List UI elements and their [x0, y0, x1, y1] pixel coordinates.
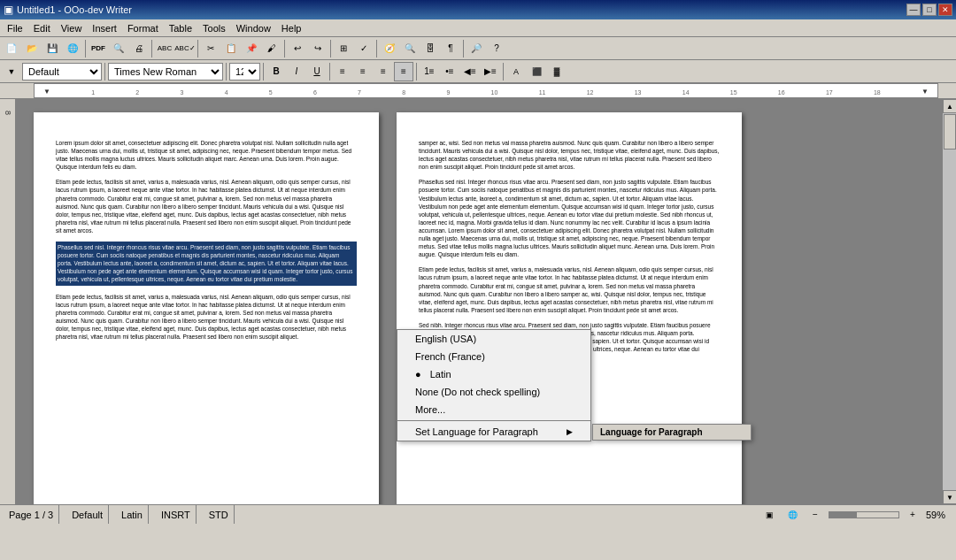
- page2-para2: Phasellus sed nisl. Integer rhoncus risu…: [419, 178, 720, 258]
- scroll-up-button[interactable]: ▲: [943, 99, 956, 113]
- zoom-percent: 59%: [926, 510, 952, 520]
- std-mode[interactable]: STD: [204, 505, 235, 524]
- set-language-label: Set Language for Paragraph: [415, 426, 538, 437]
- font-name-combo[interactable]: Times New Roman: [108, 63, 223, 81]
- minimize-button[interactable]: —: [906, 4, 921, 16]
- context-menu-latin[interactable]: ● Latin: [397, 365, 590, 383]
- maximize-button[interactable]: □: [922, 4, 937, 16]
- menu-table[interactable]: Table: [164, 19, 197, 36]
- spell-check-button[interactable]: ABC: [155, 39, 174, 58]
- italic-button[interactable]: I: [287, 62, 306, 81]
- page-info: Page 1 / 3: [4, 505, 59, 524]
- paragraph-style-combo[interactable]: Default: [22, 63, 102, 81]
- menu-window[interactable]: Window: [231, 19, 276, 36]
- window-title: Untitled1 - OOo-dev Writer: [17, 4, 132, 15]
- context-menu[interactable]: English (USA) French (France) ● Latin No…: [397, 329, 591, 441]
- document-area[interactable]: Lorem ipsum dolor sit amet, consectetuer…: [16, 99, 942, 504]
- sep-fmt2: [226, 63, 227, 81]
- scroll-down-button[interactable]: ▼: [943, 490, 956, 504]
- french-label: French (France): [415, 351, 485, 362]
- titlebar-left: ▣ Untitled1 - OOo-dev Writer: [4, 4, 132, 16]
- sep7: [463, 40, 464, 58]
- right-scrollbar[interactable]: ▲ ▼: [942, 99, 956, 504]
- app-icon: ▣: [4, 4, 13, 16]
- sep1: [85, 40, 86, 58]
- view-normal-button[interactable]: ▣: [759, 505, 779, 525]
- titlebar-controls[interactable]: — □ ✕: [906, 4, 952, 16]
- print-preview-button[interactable]: 🔍: [109, 39, 128, 58]
- scroll-track[interactable]: [943, 113, 956, 490]
- underline-button[interactable]: U: [307, 62, 327, 81]
- save-remote-button[interactable]: 🌐: [63, 39, 82, 58]
- align-justify-button[interactable]: ≡: [394, 62, 413, 81]
- ruler-content: ▼ 1 2 3 4 5 6 7 8 9 10 11 12 13 14 15 16…: [34, 83, 938, 98]
- clone-button[interactable]: 🖌: [262, 39, 281, 58]
- zoom-slider[interactable]: [829, 511, 899, 518]
- language-submenu[interactable]: Language for Paragraph: [592, 424, 752, 441]
- redo-button[interactable]: ↪: [308, 39, 328, 58]
- print-button[interactable]: 🖨: [129, 39, 149, 58]
- sep5: [330, 40, 331, 58]
- page1-para4: Etiam pede lectus, facilisis sit amet, v…: [56, 293, 357, 341]
- context-menu-more[interactable]: More...: [397, 401, 590, 418]
- insert-mode[interactable]: INSRT: [156, 505, 197, 524]
- indent-inc-button[interactable]: ▶≡: [481, 62, 500, 81]
- numbering-button[interactable]: 1≡: [420, 62, 439, 81]
- font-size-combo[interactable]: 12: [229, 63, 260, 81]
- new-button[interactable]: 📄: [2, 39, 21, 58]
- highlight-button[interactable]: ⬛: [527, 62, 546, 81]
- close-button[interactable]: ✕: [938, 4, 952, 16]
- menu-help[interactable]: Help: [276, 19, 307, 36]
- find-button[interactable]: 🔍: [400, 39, 420, 58]
- none-label: None (Do not check spelling): [415, 387, 540, 397]
- paste-button[interactable]: 📌: [242, 39, 261, 58]
- open-button[interactable]: 📂: [22, 39, 42, 58]
- show-changes-button[interactable]: ✓: [354, 39, 374, 58]
- zoom-out-button[interactable]: −: [806, 505, 825, 525]
- align-center-button[interactable]: ≡: [353, 62, 373, 81]
- save-button[interactable]: 💾: [42, 39, 62, 58]
- bullets-button[interactable]: •≡: [440, 62, 459, 81]
- menu-tools[interactable]: Tools: [197, 19, 231, 36]
- nonprint-button[interactable]: ¶: [441, 39, 460, 58]
- zoom-button[interactable]: 🔎: [466, 39, 486, 58]
- zoom-in-button[interactable]: +: [903, 505, 922, 525]
- font-color-button[interactable]: A: [506, 62, 526, 81]
- help-button[interactable]: ?: [487, 39, 506, 58]
- datasources-button[interactable]: 🗄: [420, 39, 440, 58]
- sep-fmt5: [416, 63, 417, 81]
- sep3: [197, 40, 198, 58]
- align-right-button[interactable]: ≡: [374, 62, 393, 81]
- document-page-1[interactable]: Lorem ipsum dolor sit amet, consectetuer…: [34, 112, 379, 504]
- context-menu-french[interactable]: French (France): [397, 348, 590, 365]
- latin-bullet: ●: [415, 369, 421, 380]
- indent-dec-button[interactable]: ◀≡: [460, 62, 480, 81]
- document-page-2[interactable]: samper ac, wisi. Sed non metus val massa…: [397, 112, 742, 504]
- char-bg-button[interactable]: ▓: [547, 62, 567, 81]
- align-left-button[interactable]: ≡: [333, 62, 352, 81]
- status-right: ▣ 🌐 − + 59%: [759, 505, 952, 525]
- navigator-button[interactable]: 🧭: [380, 39, 399, 58]
- scroll-thumb[interactable]: [944, 114, 956, 150]
- view-web-button[interactable]: 🌐: [783, 505, 802, 525]
- cut-button[interactable]: ✂: [201, 39, 220, 58]
- menubar: File Edit View Insert Format Table Tools…: [0, 19, 956, 37]
- statusbar: Page 1 / 3 Default Latin INSRT STD ▣ 🌐 −…: [0, 504, 956, 524]
- autocorrect-button[interactable]: ABC✓: [175, 39, 195, 58]
- menu-insert[interactable]: Insert: [87, 19, 122, 36]
- pdf-button[interactable]: PDF: [89, 39, 108, 58]
- bold-button[interactable]: B: [266, 62, 286, 81]
- undo-button[interactable]: ↩: [288, 39, 307, 58]
- style-arrow[interactable]: ▼: [2, 62, 21, 81]
- copy-button[interactable]: 📋: [221, 39, 241, 58]
- menu-view[interactable]: View: [56, 19, 88, 36]
- context-menu-none[interactable]: None (Do not check spelling): [397, 383, 590, 401]
- menu-edit[interactable]: Edit: [28, 19, 56, 36]
- menu-file[interactable]: File: [2, 19, 28, 36]
- style-info: Default: [66, 505, 109, 524]
- context-menu-english[interactable]: English (USA): [397, 330, 590, 348]
- menu-format[interactable]: Format: [122, 19, 164, 36]
- page1-para3-highlighted: Phasellus sed nisl. Integer rhoncus risu…: [56, 242, 357, 285]
- table-button[interactable]: ⊞: [334, 39, 353, 58]
- context-menu-set-language[interactable]: Set Language for Paragraph ▶ Language fo…: [397, 423, 590, 441]
